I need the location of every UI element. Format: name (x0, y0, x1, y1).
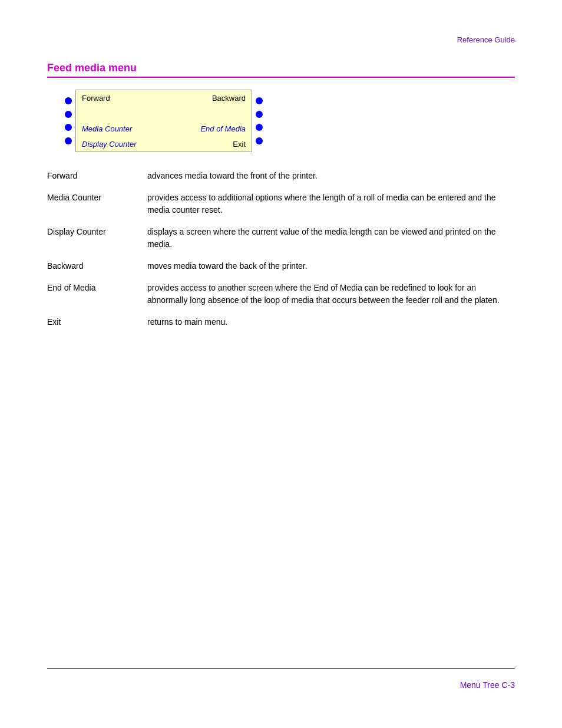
left-dot-1 (65, 97, 72, 104)
term-cell: Exit (47, 316, 147, 338)
footer-line (47, 668, 515, 669)
desc-cell: provides access to additional options wh… (147, 192, 515, 226)
menu-item-backward: Backward (212, 94, 246, 103)
term-cell: Backward (47, 260, 147, 282)
description-row: Forwardadvances media toward the front o… (47, 170, 515, 192)
left-dots-column (65, 90, 72, 152)
description-row: Backwardmoves media toward the back of t… (47, 260, 515, 282)
menu-diagram: Forward Backward Media Counter End of Me… (65, 90, 515, 152)
left-dot-4 (65, 137, 72, 144)
menu-row-2 (76, 106, 252, 121)
desc-cell: displays a screen where the current valu… (147, 226, 515, 260)
header-reference: Reference Guide (47, 35, 515, 44)
left-dot-3 (65, 124, 72, 131)
term-cell: Forward (47, 170, 147, 192)
menu-row-3: Media Counter End of Media (76, 121, 252, 136)
page-container: Reference Guide Feed media menu Forward … (0, 0, 562, 728)
desc-cell: provides access to another screen where … (147, 282, 515, 316)
description-row: Display Counterdisplays a screen where t… (47, 226, 515, 260)
term-cell: End of Media (47, 282, 147, 316)
right-dot-4 (256, 137, 263, 144)
term-cell: Display Counter (47, 226, 147, 260)
header-text: Reference Guide (457, 35, 515, 44)
right-dot-1 (256, 97, 263, 104)
menu-item-forward: Forward (82, 94, 110, 103)
footer-page-text: Menu Tree C-3 (460, 680, 515, 690)
desc-cell: returns to main menu. (147, 316, 515, 338)
desc-cell: moves media toward the back of the print… (147, 260, 515, 282)
description-row: Media Counterprovides access to addition… (47, 192, 515, 226)
right-dot-2 (256, 111, 263, 118)
description-table: Forwardadvances media toward the front o… (47, 170, 515, 338)
menu-box: Forward Backward Media Counter End of Me… (75, 90, 252, 152)
menu-item-display-counter: Display Counter (82, 140, 137, 149)
section-title: Feed media menu (47, 62, 515, 78)
left-dot-2 (65, 111, 72, 118)
desc-cell: advances media toward the front of the p… (147, 170, 515, 192)
menu-row-1: Forward Backward (76, 90, 252, 106)
description-row: Exitreturns to main menu. (47, 316, 515, 338)
menu-item-media-counter: Media Counter (82, 124, 132, 133)
description-row: End of Mediaprovides access to another s… (47, 282, 515, 316)
menu-item-end-of-media: End of Media (200, 124, 246, 133)
menu-row-4: Display Counter Exit (76, 136, 252, 151)
right-dots-column (256, 90, 263, 152)
menu-item-exit: Exit (233, 140, 246, 149)
term-cell: Media Counter (47, 192, 147, 226)
right-dot-3 (256, 124, 263, 131)
